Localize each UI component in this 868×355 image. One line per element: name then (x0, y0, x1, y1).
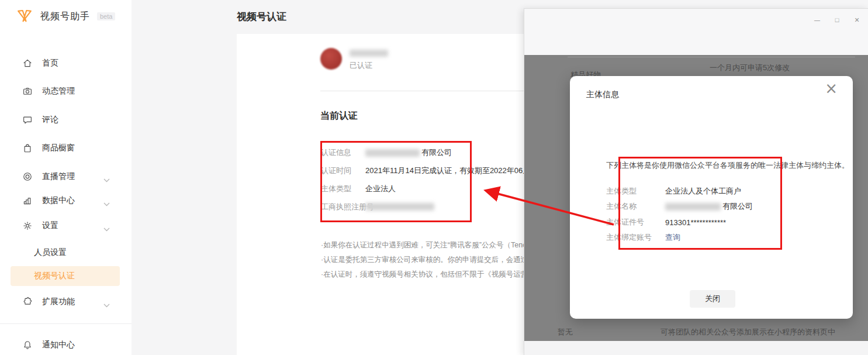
dialog-row-subject-type: 主体类型 企业法人及个体工商户 (606, 186, 741, 197)
sidebar-divider (0, 323, 132, 324)
sidebar-item-label: 评论 (42, 115, 58, 125)
field-row-cert-time: 认证时间 2021年11月14日完成认证，有效期至2022年06月11日 (321, 166, 546, 176)
note-line: ·如果你在认证过程中遇到困难，可关注“腾讯客服”公众号（Tencent_ (321, 240, 541, 250)
dialog-row-subject-id: 主体证件号 913301************ (606, 217, 726, 228)
sidebar-item-comments[interactable]: 评论 (0, 113, 132, 127)
sidebar-item-extensions[interactable]: 扩展功能 (0, 295, 132, 309)
sidebar-item-data-center[interactable]: 数据中心 (0, 194, 132, 208)
minimize-icon[interactable]: — (812, 15, 822, 25)
comment-icon (22, 115, 33, 125)
sidebar-item-product-showcase[interactable]: 商品橱窗 (0, 141, 132, 155)
subject-info-dialog: 主体信息 × 下列主体将是你使用微信公众平台各项服务的唯一法律主体与缔约主体。 … (570, 76, 853, 319)
sidebar-item-label: 人员设置 (34, 247, 67, 258)
background-text-none: 暂无 (558, 327, 573, 337)
field-value-text: 企业法人 (365, 184, 396, 194)
background-text-edit-limit: 一个月内可申请5次修改 (710, 63, 790, 73)
current-verification-heading: 当前认证 (320, 110, 358, 122)
account-name-redacted (350, 50, 388, 57)
field-label: 认证时间 (321, 166, 365, 176)
field-label: 主体绑定账号 (606, 232, 665, 243)
sidebar-item-label: 直播管理 (42, 171, 75, 182)
dialog-row-subject-name: 主体名称 有限公司 (606, 201, 753, 212)
field-label: 主体类型 (321, 184, 365, 194)
field-label: 主体证件号 (606, 217, 665, 228)
app-logo-row: 视频号助手 beta (16, 8, 115, 25)
maximize-icon[interactable]: □ (832, 15, 842, 25)
background-divider (568, 57, 855, 57)
bell-icon (22, 340, 33, 350)
background-text-accounts-hint: 可将团队的相关公众号添加展示在小程序的资料页中 (660, 327, 835, 337)
home-icon (22, 58, 33, 68)
channels-butterfly-logo-icon (16, 8, 33, 25)
sidebar-item-label: 数据中心 (42, 195, 75, 206)
sidebar-item-settings[interactable]: 设置 (0, 219, 132, 233)
sidebar-item-channels-verification[interactable]: 视频号认证 (11, 266, 120, 286)
field-value-text: 有限公司 (722, 201, 753, 212)
sidebar-item-label: 视频号认证 (34, 271, 75, 281)
window-bottom-strip (524, 341, 868, 355)
sidebar-item-live-management[interactable]: 直播管理 (0, 170, 132, 184)
gear-icon (22, 220, 33, 231)
company-name-redacted (365, 149, 420, 157)
field-row-subject-type: 主体类型 企业法人 (321, 184, 396, 194)
note-line: ·在认证时，须遵守视频号相关协议，包括但不限于《视频号运营规范》、 (321, 270, 557, 280)
sidebar-item-moments[interactable]: 动态管理 (0, 84, 132, 98)
sidebar-item-notification-center[interactable]: 通知中心 (0, 338, 132, 352)
close-icon[interactable]: × (852, 15, 862, 25)
dialog-close-icon[interactable]: × (825, 81, 838, 96)
sidebar-item-home[interactable]: 首页 (0, 56, 132, 70)
beta-badge: beta (97, 12, 115, 20)
page-title: 视频号认证 (237, 10, 286, 23)
dialog-row-bound-account: 主体绑定账号 查询 (606, 232, 680, 243)
app-title: 视频号助手 (40, 11, 90, 23)
bar-chart-icon (22, 195, 33, 206)
puzzle-icon (22, 297, 33, 307)
screen: 视频号助手 beta 首页 动态管理 评论 (0, 0, 868, 355)
field-value-text: 有限公司 (421, 147, 452, 158)
sidebar-item-label: 动态管理 (42, 86, 75, 96)
sidebar-item-label: 通知中心 (42, 340, 75, 350)
field-value-text: 企业法人及个体工商户 (665, 186, 741, 197)
camera-icon (22, 86, 33, 96)
field-label: 主体名称 (606, 201, 665, 212)
account-avatar (320, 48, 342, 70)
field-label: 工商执照注册号 (321, 202, 361, 212)
sidebar-item-label: 首页 (42, 58, 58, 68)
field-value-text: 913301************ (665, 218, 726, 227)
sidebar-item-label: 设置 (42, 220, 58, 231)
window-controls: — □ × (812, 15, 862, 25)
chevron-down-icon[interactable] (103, 224, 110, 233)
sidebar-item-label: 扩展功能 (42, 297, 75, 307)
live-record-icon (22, 171, 33, 182)
shopping-bag-icon (22, 143, 33, 153)
chevron-down-icon[interactable] (103, 300, 110, 309)
note-line: ·认证是委托第三方审核公司来审核的。你的申请提交后，会通过视频号消 (321, 255, 557, 265)
chevron-down-icon[interactable] (103, 175, 110, 184)
sidebar: 视频号助手 beta 首页 动态管理 评论 (0, 0, 132, 355)
chevron-down-icon[interactable] (103, 199, 110, 208)
field-row-cert-info: 认证信息 有限公司 (321, 147, 452, 158)
sidebar-item-label: 商品橱窗 (42, 143, 75, 153)
field-value-text: 2021年11月14日完成认证，有效期至2022年06月11日 (365, 166, 546, 176)
license-number-redacted (365, 203, 434, 211)
subject-name-redacted (665, 203, 721, 211)
window-titlebar[interactable]: — □ × (524, 9, 868, 55)
field-row-license-number: 工商执照注册号 (321, 202, 434, 212)
field-label: 认证信息 (321, 147, 365, 158)
close-button[interactable]: 关闭 (690, 290, 735, 308)
field-label: 主体类型 (606, 186, 665, 197)
dialog-title: 主体信息 (586, 89, 619, 100)
query-link[interactable]: 查询 (665, 232, 680, 243)
sidebar-item-staff-settings[interactable]: 人员设置 (0, 246, 132, 260)
dialog-intro-text: 下列主体将是你使用微信公众平台各项服务的唯一法律主体与缔约主体。 (606, 160, 849, 171)
verified-status: 已认证 (350, 60, 372, 71)
